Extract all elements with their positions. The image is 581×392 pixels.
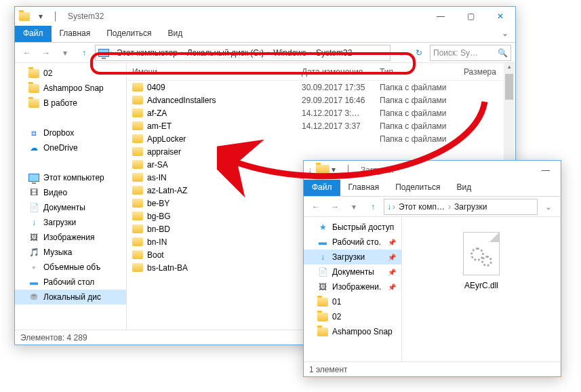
folder-icon [317, 311, 328, 322]
disk-icon: ⛃ [28, 292, 39, 302]
nav-item[interactable]: 🖼Изображения [15, 230, 126, 245]
navigation-pane[interactable]: 02Ashampoo SnapВ работе⧈Dropbox☁OneDrive… [15, 63, 127, 330]
col-type[interactable]: Тип [374, 67, 458, 77]
table-row[interactable]: AppLockerПапка с файлами [127, 132, 515, 145]
nav-item-label: Видео [43, 188, 67, 197]
navigation-pane[interactable]: ★Быстрый доступ▬Рабочий сто.📌↓Загрузки📌📄… [304, 217, 402, 361]
tab-home[interactable]: Главная [340, 180, 388, 196]
address-dropdown-icon[interactable]: ⌄ [393, 45, 409, 61]
blank-icon [28, 157, 39, 168]
ribbon-expand-icon[interactable]: ⌄ [495, 26, 515, 42]
chevron-right-icon[interactable]: › [111, 48, 113, 58]
search-placeholder: Поиск: Sy… [433, 48, 478, 58]
tab-file[interactable]: Файл [15, 26, 52, 42]
close-button[interactable]: ✕ [485, 9, 515, 24]
table-row[interactable]: af-ZA14.12.2017 3:…Папка с файлами [127, 106, 515, 119]
quick-access-toolbar[interactable]: ▾│ [316, 165, 355, 176]
file-area[interactable]: AEyrC.dll [402, 217, 561, 361]
tab-view[interactable]: Вид [159, 26, 191, 42]
breadcrumb-seg[interactable]: System32 [314, 48, 354, 58]
col-date[interactable]: Дата изменения [296, 67, 374, 77]
folder-icon [317, 296, 328, 307]
folder-icon [132, 173, 143, 182]
nav-item[interactable]: 02 [15, 66, 126, 81]
item-count: 1 элемент [309, 365, 348, 374]
chevron-right-icon[interactable]: › [267, 48, 270, 58]
nav-item[interactable]: ⛃Локальный дис [15, 290, 126, 305]
tab-share[interactable]: Поделиться [387, 180, 448, 196]
nav-item[interactable]: ▬Рабочий сто.📌 [304, 235, 401, 250]
nav-item[interactable]: 🎵Музыка [15, 245, 126, 260]
address-bar[interactable]: ↓ › Этот комп… › Загрузки [384, 199, 538, 215]
breadcrumb-seg[interactable]: Windows [271, 48, 308, 58]
nav-item[interactable]: ★Быстрый доступ [304, 220, 401, 235]
refresh-icon[interactable]: ↻ [411, 45, 427, 61]
nav-item-label: Объемные объ [43, 262, 100, 272]
nav-item[interactable]: ☁OneDrive [15, 140, 126, 155]
up-button[interactable]: ↑ [365, 199, 381, 215]
minimize-button[interactable]: — [531, 163, 561, 178]
breadcrumb-seg[interactable]: Этот комп… [397, 202, 447, 212]
nav-item[interactable]: ▬Рабочий стол [15, 275, 126, 290]
recent-dropdown[interactable]: ▾ [57, 45, 73, 61]
nav-item[interactable]: ↓Загрузки [15, 215, 126, 230]
nav-item[interactable]: ⧈Dropbox [15, 125, 126, 140]
minimize-button[interactable]: — [426, 9, 456, 24]
doc-icon: 📄 [28, 202, 39, 213]
chevron-right-icon[interactable]: › [310, 48, 313, 58]
table-row[interactable]: 040930.09.2017 17:35Папка с файлами [127, 81, 515, 94]
up-button[interactable]: ↑ [76, 45, 92, 61]
nav-item[interactable]: 🎞Видео [15, 185, 126, 200]
nav-item[interactable]: Ashampoo Snap [15, 81, 126, 96]
nav-item[interactable]: 01 [304, 294, 401, 309]
table-row[interactable]: appraiser [127, 145, 515, 158]
nav-item[interactable] [15, 111, 126, 125]
tab-view[interactable]: Вид [448, 180, 479, 196]
nav-item[interactable]: 📄Документы📌 [304, 264, 401, 279]
recent-dropdown[interactable]: ▾ [346, 199, 362, 215]
scroll-up-icon[interactable]: ▴ [504, 63, 515, 74]
tab-home[interactable]: Главная [52, 26, 99, 42]
table-row[interactable]: AdvancedInstallers29.09.2017 16:46Папка … [127, 94, 515, 106]
nav-item[interactable]: ↓Загрузки📌 [304, 250, 401, 264]
nav-item[interactable]: 🖼Изображени.📌 [304, 279, 401, 294]
nav-item[interactable] [15, 155, 126, 170]
folder-icon [132, 121, 143, 130]
file-type: Папка с файлами [374, 83, 458, 92]
back-button[interactable]: ← [308, 199, 324, 215]
file-type: Папка с файлами [374, 121, 458, 131]
nav-item[interactable]: Этот компьютер [15, 170, 126, 185]
dll-file-icon[interactable] [463, 232, 500, 275]
maximize-button[interactable]: ▢ [456, 9, 485, 24]
col-name[interactable]: Имени [127, 67, 296, 77]
titlebar[interactable]: ↓ ▾│ Загрузки — [304, 161, 561, 180]
status-bar: 1 элемент [304, 361, 561, 376]
nav-item[interactable]: ▫Объемные объ [15, 260, 126, 275]
chevron-right-icon[interactable]: › [181, 48, 184, 58]
nav-item[interactable]: 02 [304, 309, 401, 324]
breadcrumb-seg[interactable]: Этот компьютер [115, 48, 180, 58]
address-bar[interactable]: › Этот компьютер › Локальный диск (C:) ›… [95, 45, 390, 61]
quick-access-toolbar[interactable]: ▾│ [34, 12, 62, 21]
tab-file[interactable]: Файл [304, 180, 340, 196]
tab-share[interactable]: Поделиться [98, 26, 159, 42]
table-row[interactable]: am-ET14.12.2017 3:37Папка с файлами [127, 119, 515, 132]
breadcrumb-seg[interactable]: Локальный диск (C:) [185, 48, 266, 58]
nav-item[interactable]: В работе [15, 96, 126, 111]
forward-button[interactable]: → [38, 45, 54, 61]
file-name[interactable]: AEyrC.dll [464, 281, 498, 290]
breadcrumb-seg[interactable]: Загрузки [452, 202, 489, 212]
forward-button[interactable]: → [327, 199, 343, 215]
back-button[interactable]: ← [19, 45, 35, 61]
chevron-right-icon[interactable]: › [393, 202, 395, 212]
nav-item[interactable]: 📄Документы [15, 200, 126, 215]
search-input[interactable]: Поиск: Sy… 🔍 [430, 45, 511, 61]
chevron-right-icon[interactable]: › [448, 202, 451, 212]
scrollbar-thumb[interactable] [505, 74, 513, 100]
folder-icon [19, 12, 30, 21]
nav-item[interactable]: Ashampoo Snap [304, 324, 401, 339]
address-dropdown-icon[interactable]: ⌄ [540, 199, 557, 215]
column-headers[interactable]: Имени Дата изменения Тип Размера [127, 63, 515, 81]
nav-item-label: Быстрый доступ [332, 222, 394, 232]
titlebar[interactable]: ▾│ System32 — ▢ ✕ [15, 7, 515, 26]
